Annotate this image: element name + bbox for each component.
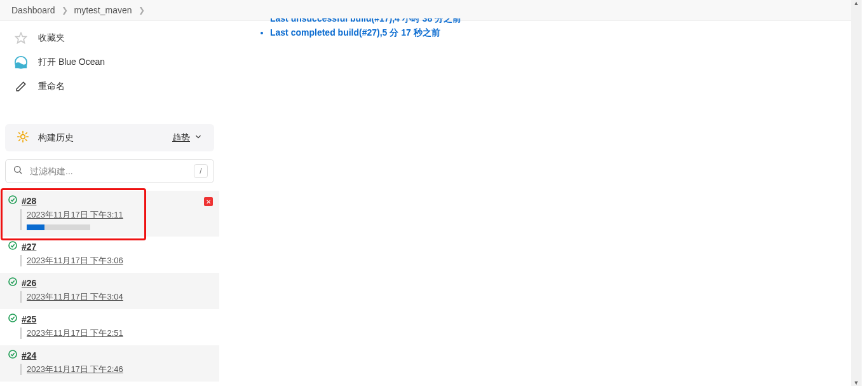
build-progress-bar xyxy=(27,224,90,230)
vertical-scrollbar[interactable]: ▲ ▼ xyxy=(851,0,862,386)
build-number-link[interactable]: #24 xyxy=(22,350,36,361)
build-item: #272023年11月17日 下午3:06 xyxy=(0,237,219,273)
svg-point-13 xyxy=(9,196,17,203)
svg-point-17 xyxy=(9,350,17,358)
build-history-title: 构建历史 xyxy=(38,132,74,144)
build-item: #28✕2023年11月17日 下午3:11 xyxy=(0,191,219,237)
slash-shortcut-badge: / xyxy=(194,164,208,178)
trend-link[interactable]: 趋势 xyxy=(172,132,203,144)
svg-point-2 xyxy=(21,135,25,139)
star-icon xyxy=(14,31,28,45)
success-check-icon xyxy=(8,313,18,325)
blue-ocean-icon xyxy=(14,55,28,69)
trend-label: 趋势 xyxy=(172,132,190,144)
breadcrumb-item-project[interactable]: mytest_maven xyxy=(74,5,132,15)
svg-line-7 xyxy=(19,133,20,134)
build-date-link[interactable]: 2023年11月17日 下午2:46 xyxy=(27,364,213,375)
build-number-link[interactable]: #25 xyxy=(22,314,36,324)
svg-point-11 xyxy=(15,167,20,172)
sidebar-item-label: 收藏夹 xyxy=(38,32,65,44)
build-item: #242023年11月17日 下午2:46 xyxy=(0,345,219,382)
builds-list: #28✕2023年11月17日 下午3:11#272023年11月17日 下午3… xyxy=(0,191,219,382)
svg-marker-0 xyxy=(16,33,27,43)
sidebar-item-blue-ocean[interactable]: 打开 Blue Ocean xyxy=(0,50,219,74)
success-check-icon xyxy=(8,277,18,289)
svg-line-9 xyxy=(19,140,20,141)
svg-point-15 xyxy=(9,278,17,286)
chevron-right-icon: ❯ xyxy=(62,6,68,15)
sidebar-item-favorites[interactable]: 收藏夹 xyxy=(0,26,219,50)
filter-builds-input[interactable] xyxy=(5,159,214,183)
build-item: #262023年11月17日 下午3:04 xyxy=(0,273,219,309)
main-content: Last unsuccessful build(#17),4 小时 38 分之前… xyxy=(219,21,862,382)
build-date-link[interactable]: 2023年11月17日 下午3:04 xyxy=(27,291,213,303)
svg-point-14 xyxy=(9,242,17,249)
build-number-link[interactable]: #26 xyxy=(22,278,36,288)
summary-link[interactable]: Last completed build(#27),5 分 17 秒之前 xyxy=(270,27,440,38)
sidebar-item-label: 打开 Blue Ocean xyxy=(38,57,105,68)
sidebar: 收藏夹 打开 Blue Ocean 重命名 xyxy=(0,21,219,382)
build-date-link[interactable]: 2023年11月17日 下午2:51 xyxy=(27,327,213,339)
build-number-link[interactable]: #27 xyxy=(22,242,36,252)
scroll-up-icon[interactable]: ▲ xyxy=(851,0,862,6)
build-date-link[interactable]: 2023年11月17日 下午3:06 xyxy=(27,255,213,266)
build-summary-list: Last unsuccessful build(#17),4 小时 38 分之前… xyxy=(238,18,843,39)
sun-icon xyxy=(17,130,29,145)
success-check-icon xyxy=(8,195,18,207)
build-number-link[interactable]: #28 xyxy=(22,196,36,206)
success-check-icon xyxy=(8,240,18,252)
success-check-icon xyxy=(8,349,18,361)
chevron-down-icon xyxy=(194,132,203,143)
svg-line-8 xyxy=(26,140,27,141)
sidebar-item-label: 重命名 xyxy=(38,81,65,92)
cancel-build-icon[interactable]: ✕ xyxy=(204,197,213,206)
build-item: #252023年11月17日 下午2:51 xyxy=(0,309,219,345)
summary-link[interactable]: Last unsuccessful build(#17),4 小时 38 分之前 xyxy=(270,18,461,24)
sidebar-item-rename[interactable]: 重命名 xyxy=(0,74,219,99)
svg-line-10 xyxy=(26,133,27,134)
pencil-icon xyxy=(14,79,28,93)
svg-line-12 xyxy=(20,172,22,174)
breadcrumb-item-dashboard[interactable]: Dashboard xyxy=(11,5,55,15)
build-date-link[interactable]: 2023年11月17日 下午3:11 xyxy=(27,209,213,221)
search-icon xyxy=(13,165,23,177)
svg-point-16 xyxy=(9,314,17,322)
chevron-right-icon: ❯ xyxy=(139,6,145,15)
scroll-down-icon[interactable]: ▼ xyxy=(851,380,862,386)
build-history-header: 构建历史 趋势 xyxy=(5,124,214,151)
